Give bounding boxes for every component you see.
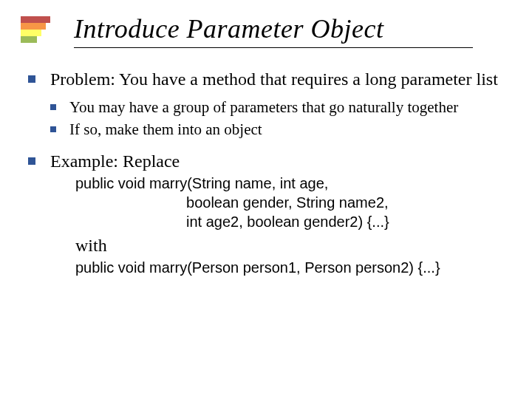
bullet-example-text: Example: Replace — [50, 151, 180, 171]
bullet-sublist: You may have a group of parameters that … — [50, 98, 517, 140]
code-before-line2: boolean gender, String name2, — [75, 193, 517, 212]
accent-bars — [21, 16, 50, 43]
slide-title: Introduce Parameter Object — [74, 13, 510, 44]
accent-bar-orange — [21, 23, 46, 30]
bullet-example: Example: Replace public void marry(Strin… — [28, 150, 517, 277]
bullet-sub1: You may have a group of parameters that … — [50, 98, 517, 117]
title-block: Introduce Parameter Object — [74, 13, 510, 48]
accent-bar-red — [21, 16, 50, 23]
slide-body: Problem: You have a method that requires… — [28, 68, 517, 287]
bullet-problem-text: Problem: You have a method that requires… — [50, 69, 498, 89]
title-underline — [74, 47, 473, 48]
bullet-problem: Problem: You have a method that requires… — [28, 68, 517, 140]
code-after-line: public void marry(Person person1, Person… — [75, 258, 517, 277]
with-label: with — [75, 234, 517, 256]
accent-bar-green — [21, 36, 37, 43]
bullet-sub2: If so, make them into an object — [50, 120, 517, 139]
code-after: public void marry(Person person1, Person… — [75, 258, 517, 277]
accent-bar-yellow — [21, 30, 41, 36]
bullet-list: Problem: You have a method that requires… — [28, 68, 517, 277]
code-before-line3: int age2, boolean gender2) {...} — [75, 212, 517, 231]
code-before: public void marry(String name, int age, … — [75, 174, 517, 231]
code-before-line1: public void marry(String name, int age, — [75, 174, 517, 193]
